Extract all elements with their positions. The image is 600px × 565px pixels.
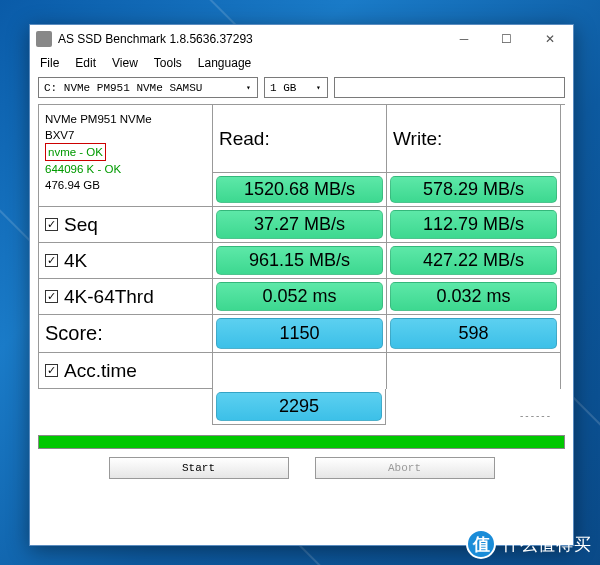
4k64-checkbox[interactable]: ✓ [45,290,58,303]
4k64-read-value: 961.15 MB/s [216,246,383,275]
score-read-cell: 1150 [213,315,387,353]
acc-checkbox[interactable]: ✓ [45,364,58,377]
read-header: Read: [213,105,387,173]
progress-bar [38,435,565,449]
4k64-write-cell: 427.22 MB/s [387,243,561,279]
menu-tools[interactable]: Tools [154,56,182,70]
seq-read-value: 1520.68 MB/s [216,176,383,203]
acc-label: Acc.time [64,360,137,382]
drive-firmware: BXV7 [45,127,74,143]
score-write-value: 598 [390,318,557,349]
toolbar: C: NVMe PM951 NVMe SAMSU ▾ 1 GB ▾ [30,75,573,104]
titlebar[interactable]: AS SSD Benchmark 1.8.5636.37293 ─ ☐ ✕ [30,25,573,53]
drive-select[interactable]: C: NVMe PM951 NVMe SAMSU ▾ [38,77,258,98]
total-score-cell: 2295 [212,389,386,425]
acc-write-cell: 0.032 ms [387,279,561,315]
abort-button: Abort [315,457,495,479]
4k-row: ✓ 4K [39,243,213,279]
4k-read-value: 37.27 MB/s [216,210,383,239]
size-select-value: 1 GB [270,82,296,94]
maximize-button[interactable]: ☐ [485,27,527,51]
4k64-row: ✓ 4K-64Thrd [39,279,213,315]
chevron-down-icon: ▾ [310,78,327,97]
4k64-label: 4K-64Thrd [64,286,154,308]
seq-write-cell: 578.29 MB/s [387,173,561,207]
content-area: NVMe PM951 NVMe BXV7 nvme - OK 644096 K … [30,104,573,545]
minimize-button[interactable]: ─ [443,27,485,51]
menu-language[interactable]: Language [198,56,251,70]
total-score-value: 2295 [216,392,382,421]
total-score-row: 2295 ------ [38,389,565,425]
corner-decoration: ------ [386,389,560,425]
menu-file[interactable]: File [40,56,59,70]
4k-write-cell: 112.79 MB/s [387,207,561,243]
acc-read-value: 0.052 ms [216,282,383,311]
watermark: 值 什么值得买 [466,529,592,559]
alignment-status: 644096 K - OK [45,161,121,177]
drive-select-value: C: NVMe PM951 NVMe SAMSU [44,82,202,94]
seq-write-value: 578.29 MB/s [390,176,557,203]
corner-decoration [38,389,212,425]
acc-row: ✓ Acc.time [39,353,213,389]
4k-write-value: 112.79 MB/s [390,210,557,239]
seq-read-cell: 1520.68 MB/s [213,173,387,207]
score-label: Score: [39,315,213,353]
watermark-logo-icon: 值 [466,529,496,559]
score-write-cell: 598 [387,315,561,353]
seq-checkbox[interactable]: ✓ [45,218,58,231]
chevron-down-icon: ▾ [240,78,257,97]
results-grid: NVMe PM951 NVMe BXV7 nvme - OK 644096 K … [38,104,565,389]
4k-label: 4K [64,250,87,272]
write-header: Write: [387,105,561,173]
dummy [213,353,387,389]
driver-status: nvme - OK [45,143,106,161]
score-read-value: 1150 [216,318,383,349]
window-title: AS SSD Benchmark 1.8.5636.37293 [58,32,443,46]
app-icon [36,31,52,47]
drive-capacity: 476.94 GB [45,177,100,193]
seq-label: Seq [64,214,98,236]
menu-edit[interactable]: Edit [75,56,96,70]
app-window: AS SSD Benchmark 1.8.5636.37293 ─ ☐ ✕ Fi… [29,24,574,546]
drive-model: NVMe PM951 NVMe [45,111,152,127]
drive-info: NVMe PM951 NVMe BXV7 nvme - OK 644096 K … [39,105,213,207]
4k64-write-value: 427.22 MB/s [390,246,557,275]
seq-row: ✓ Seq [39,207,213,243]
action-buttons: Start Abort [38,457,565,483]
acc-read-cell: 0.052 ms [213,279,387,315]
close-button[interactable]: ✕ [527,27,573,51]
watermark-text: 什么值得买 [502,533,592,556]
menu-view[interactable]: View [112,56,138,70]
text-input[interactable] [334,77,565,98]
4k64-read-cell: 961.15 MB/s [213,243,387,279]
menubar: File Edit View Tools Language [30,53,573,75]
4k-read-cell: 37.27 MB/s [213,207,387,243]
4k-checkbox[interactable]: ✓ [45,254,58,267]
start-button[interactable]: Start [109,457,289,479]
acc-write-value: 0.032 ms [390,282,557,311]
size-select[interactable]: 1 GB ▾ [264,77,328,98]
dummy [387,353,561,389]
